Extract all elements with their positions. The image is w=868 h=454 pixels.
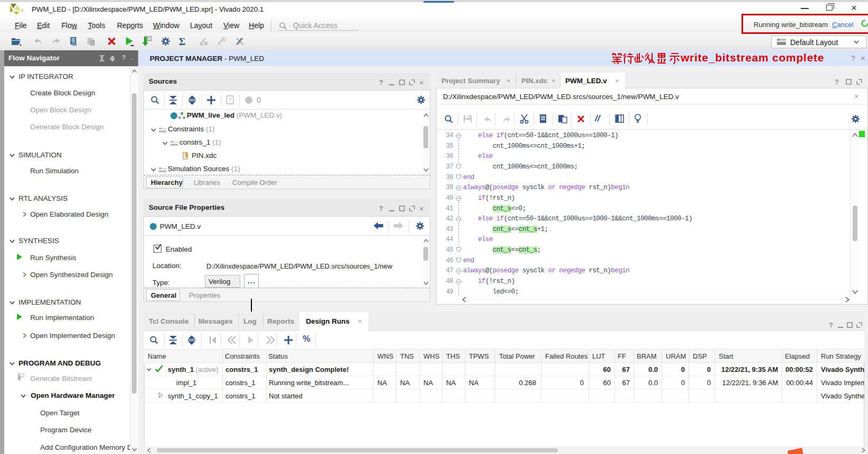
- svg-text:?: ?: [229, 97, 232, 103]
